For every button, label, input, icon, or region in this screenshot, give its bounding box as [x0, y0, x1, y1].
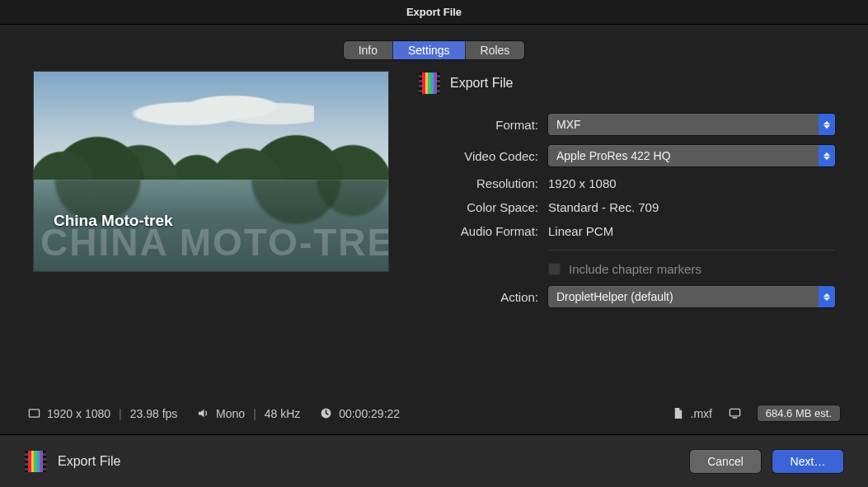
status-fps: 23.98 fps	[130, 407, 178, 420]
status-dimensions: 1920 x 1080	[47, 407, 110, 420]
status-size-estimate: 684.6 MB est.	[758, 405, 840, 421]
svg-rect-0	[29, 410, 39, 417]
preview-caption: China Moto-trek	[54, 212, 173, 230]
action-select-value: DropletHelper (default)	[556, 290, 673, 303]
status-bar: 1920 x 1080 | 23.98 fps Mono | 48 kHz 00…	[0, 405, 868, 434]
status-file-ext: .mxf	[691, 407, 712, 420]
clock-icon	[320, 407, 332, 419]
file-icon	[672, 407, 684, 419]
format-select-value: MXF	[556, 118, 581, 131]
footer-title: Export File	[58, 454, 120, 469]
preview-column: CHINA MOTO-TREK China Moto-trek	[33, 71, 389, 405]
tab-bar: Info Settings Roles	[0, 25, 868, 71]
chapter-markers-checkbox[interactable]	[548, 263, 561, 275]
label-action: Action:	[419, 290, 538, 304]
frame-icon	[28, 407, 40, 419]
footer: Export File Cancel Next…	[0, 435, 868, 487]
format-select[interactable]: MXF	[548, 114, 835, 135]
destination-icon	[419, 73, 440, 94]
settings-form: Format: MXF Video Codec: Apple ProRes 42…	[419, 114, 835, 307]
chapter-markers-label: Include chapter markers	[569, 262, 701, 276]
next-button[interactable]: Next…	[772, 450, 843, 473]
cancel-button[interactable]: Cancel	[690, 450, 761, 473]
speaker-icon	[197, 407, 209, 419]
color-space-value: Standard - Rec. 709	[548, 200, 835, 214]
status-audio-rate: 48 kHz	[265, 407, 301, 420]
label-video-codec: Video Codec:	[419, 149, 538, 163]
chapter-markers-row[interactable]: Include chapter markers	[548, 262, 835, 276]
status-audio-channels: Mono	[216, 407, 245, 420]
stepper-icon	[819, 145, 835, 166]
audio-format-value: Linear PCM	[548, 224, 835, 238]
main-area: CHINA MOTO-TREK China Moto-trek Export F…	[0, 71, 868, 405]
destination-icon	[25, 451, 46, 472]
settings-header: Export File	[419, 73, 835, 114]
stepper-icon	[819, 114, 835, 135]
separator: |	[253, 407, 256, 420]
video-codec-value: Apple ProRes 422 HQ	[556, 149, 671, 162]
dialog-body: Info Settings Roles CHINA MOTO-TREK Chin…	[0, 25, 868, 435]
preview-mountains	[34, 108, 388, 184]
stepper-icon	[819, 286, 835, 307]
tab-group: Info Settings Roles	[344, 41, 525, 59]
label-resolution: Resolution:	[419, 176, 538, 190]
window-title: Export File	[406, 6, 462, 18]
svg-rect-3	[733, 417, 738, 419]
monitor-icon	[729, 407, 741, 419]
svg-rect-2	[730, 409, 739, 415]
divider	[548, 250, 835, 251]
label-audio-format: Audio Format:	[419, 224, 538, 238]
separator: |	[119, 407, 122, 420]
label-color-space: Color Space:	[419, 200, 538, 214]
preview-thumbnail: CHINA MOTO-TREK China Moto-trek	[33, 71, 389, 272]
tab-settings[interactable]: Settings	[393, 41, 466, 59]
tab-roles[interactable]: Roles	[466, 41, 525, 59]
status-duration: 00:00:29:22	[339, 407, 400, 420]
video-codec-select[interactable]: Apple ProRes 422 HQ	[548, 145, 835, 166]
action-select[interactable]: DropletHelper (default)	[548, 286, 835, 307]
window-titlebar: Export File	[0, 0, 868, 25]
settings-column: Export File Format: MXF Video Codec: App…	[419, 71, 835, 405]
settings-title: Export File	[450, 76, 513, 91]
label-format: Format:	[419, 118, 538, 132]
tab-info[interactable]: Info	[344, 41, 393, 59]
resolution-value: 1920 x 1080	[548, 176, 835, 190]
